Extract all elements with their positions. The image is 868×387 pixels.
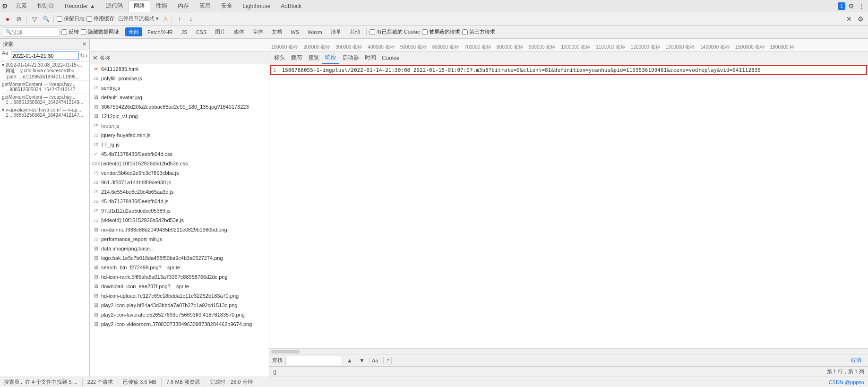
- file-item-4[interactable]: 🖼 3067534226d20fa2cabbac88ac2e00_180_135…: [90, 102, 269, 112]
- file-item-3[interactable]: 🖼 default_avatar.jpg: [90, 93, 269, 102]
- file-item-23[interactable]: 🖼 download_icon_eae237f.png?__sprite: [90, 282, 269, 291]
- tab-headers[interactable]: 标头: [271, 52, 288, 64]
- file-item-27[interactable]: 🖼 play2-icon-videoroom.37883073384963098…: [90, 319, 269, 329]
- file-item-5[interactable]: 🖼 1212pic_v1.png: [90, 112, 269, 121]
- search-close-icon[interactable]: ✕: [82, 41, 86, 47]
- file-item-20[interactable]: 🖼 logo.bak.1e5c7b018da458f50ba9c4b3a0527…: [90, 253, 269, 263]
- filter-icon[interactable]: ▽: [30, 14, 39, 24]
- file-item-11[interactable]: JS vendor.5b6ed2e5fc3c7893cbba.js: [90, 168, 269, 178]
- tab-network[interactable]: 网络: [129, 0, 150, 12]
- warning-icon: ⚠: [163, 15, 169, 23]
- export-icon[interactable]: ↓: [186, 14, 196, 24]
- tab-adblock[interactable]: AdBlock: [276, 0, 306, 12]
- tab-recorder[interactable]: Recorder ▲: [60, 0, 100, 12]
- type-ws-btn[interactable]: WS: [287, 28, 302, 36]
- tab-initiator[interactable]: 启动器: [339, 52, 362, 64]
- tab-application[interactable]: 应用: [195, 0, 215, 12]
- type-js-btn[interactable]: JS: [178, 28, 191, 36]
- reverse-checkbox[interactable]: 反转: [61, 28, 79, 35]
- find-input[interactable]: [285, 356, 342, 365]
- tab-payload[interactable]: 载荷: [288, 52, 305, 64]
- search-more-icon[interactable]: ›: [86, 52, 87, 59]
- file-item-12[interactable]: JS 961.3f3071a144bbf89ce930.js: [90, 178, 269, 187]
- tab-lighthouse[interactable]: Lighthouse: [238, 0, 275, 12]
- close-devtools[interactable]: ✕: [844, 14, 854, 24]
- file-item-25[interactable]: 🖼 play2-icon-play.bf84a43d3bbda7a07b27c1…: [90, 301, 269, 310]
- search-icon[interactable]: 🔍: [41, 14, 51, 24]
- search-group-3[interactable]: getMomentContent — liveapi.huy... 1 ...9…: [0, 94, 89, 106]
- file-item-9[interactable]: ✓ 45.4b71378436f0eebfb04d.css: [90, 149, 269, 159]
- find-aa-btn[interactable]: Aa: [370, 357, 380, 364]
- file-item-15[interactable]: JS 97.d1d12d2aa5dcdcc05389.js: [90, 206, 269, 215]
- search-refresh-icon[interactable]: ↻: [80, 52, 85, 59]
- type-fetch-xhr-btn[interactable]: Fetch/XHR: [144, 28, 176, 36]
- type-manifest-btn[interactable]: 清单: [327, 27, 344, 36]
- tab-security[interactable]: 安全: [216, 0, 237, 12]
- csdn-watermark: CSDN @pppso: [829, 379, 864, 385]
- record-button[interactable]: ●: [3, 14, 12, 24]
- stream-mode-select[interactable]: 已停用节流模式 ▾: [116, 15, 161, 23]
- file-item-19[interactable]: 🖼 data:image/png;base...: [90, 244, 269, 253]
- find-regex-btn[interactable]: .*: [383, 357, 391, 364]
- file-name-24: hd-icon-upload.7e127c69c18bdda1c11e32252…: [101, 293, 266, 299]
- file-item-8[interactable]: JS TT_lg.js: [90, 140, 269, 149]
- type-all-btn[interactable]: 全部: [125, 27, 142, 36]
- search-group-2[interactable]: getMomentContent — liveapi.huy... ...988…: [0, 81, 89, 94]
- search-group-4[interactable]: ▾ v-api-player-ssl.huya.com/ — v-ap... 1…: [0, 106, 89, 119]
- tab-cookie[interactable]: Cookie: [379, 53, 402, 63]
- tab-memory[interactable]: 内存: [173, 0, 194, 12]
- find-cancel-btn[interactable]: 取消: [847, 356, 865, 364]
- tab-elements[interactable]: 元素: [11, 0, 32, 12]
- tab-response[interactable]: 响应: [322, 52, 339, 64]
- file-item-21[interactable]: 🖼 search_btn_f272499.png?__sprite: [90, 263, 269, 272]
- file-item-6[interactable]: JS footer.js: [90, 121, 269, 130]
- preserve-log-checkbox[interactable]: 保留日志: [57, 15, 85, 22]
- file-item-1[interactable]: JS polyfill_promise.js: [90, 74, 269, 83]
- filter-input[interactable]: [12, 29, 57, 35]
- find-next-btn[interactable]: ▼: [357, 356, 367, 365]
- disable-cache-checkbox[interactable]: 停用缓存: [86, 15, 114, 22]
- file-item-26[interactable]: 🖼 play2-icon-favorate.c526527693e756693f…: [90, 310, 269, 319]
- close-panel-icon[interactable]: ✕: [93, 54, 98, 61]
- type-wasm-btn[interactable]: Wasm: [304, 28, 326, 36]
- file-item-22[interactable]: 🖼 hd-icon-rank.5fff5afa8a013a73367c88958…: [90, 272, 269, 282]
- file-item-2[interactable]: JS sentry.js: [90, 83, 269, 93]
- file-item-7[interactable]: JS jquery-huyafed.min.js: [90, 130, 269, 140]
- type-font-btn[interactable]: 字体: [249, 27, 266, 36]
- type-other-btn[interactable]: 其他: [346, 27, 363, 36]
- more-settings-icon[interactable]: ⚙: [856, 14, 865, 24]
- tab-performance[interactable]: 性能: [151, 0, 172, 12]
- settings-icon[interactable]: ⚙: [846, 1, 856, 11]
- tab-console[interactable]: 控制台: [33, 0, 59, 12]
- horizontal-scrollbar[interactable]: [269, 348, 868, 354]
- file-item-18[interactable]: JS performance_report-min.js: [90, 234, 269, 244]
- file-name-10: [videoId].10f15152926b5d2bd53e.css: [101, 161, 266, 166]
- file-item-14[interactable]: JS 45.4b71378436f0eebfb04d.js: [90, 197, 269, 206]
- type-css-btn[interactable]: CSS: [193, 28, 210, 36]
- tab-preview[interactable]: 预览: [305, 52, 322, 64]
- file-item-24[interactable]: 🖼 hd-icon-upload.7e127c69c18bdda1c11e322…: [90, 291, 269, 301]
- file-item-16[interactable]: JS [videoId].10f15152926b5d2bd53e.js: [90, 215, 269, 225]
- file-item-13[interactable]: JS 214.6e554be8c20c4b65aa3d.js: [90, 187, 269, 197]
- hide-data-url-checkbox[interactable]: 隐藏数据网址: [81, 28, 119, 35]
- file-item-html[interactable]: H 641112835.html: [90, 64, 269, 74]
- file-item-10[interactable]: CSS [videoId].10f15152926b5d2bd53e.css: [90, 159, 269, 168]
- has-cookie-checkbox[interactable]: 有已拦截的 Cookie: [370, 28, 420, 35]
- search-group-1[interactable]: ▾ 2022-01-14-21:30:08_2022-01-15-... 网址 …: [0, 61, 89, 81]
- tab-timing[interactable]: 时间: [362, 52, 379, 64]
- record-toolbar: ● ⊘ ▽ 🔍 保留日志 停用缓存 已停用节流模式 ▾ ⚠ ↑ ↓ ✕ ⚙: [0, 12, 868, 26]
- third-party-checkbox[interactable]: 第三方请求: [462, 28, 495, 35]
- stop-button[interactable]: ⊘: [14, 14, 24, 24]
- file-item-17[interactable]: 🖼 no-danmu.f938e88d2049435b9211e0829b198…: [90, 225, 269, 234]
- import-icon[interactable]: ↑: [175, 14, 184, 24]
- type-doc-btn[interactable]: 文档: [268, 27, 285, 36]
- find-prev-btn[interactable]: ▲: [345, 356, 354, 365]
- blocked-req-checkbox[interactable]: 被屏蔽的请求: [422, 28, 460, 35]
- more-icon[interactable]: ⋮: [857, 1, 866, 11]
- tab-sources[interactable]: 源代码: [101, 0, 128, 12]
- type-media-btn[interactable]: 媒体: [231, 27, 248, 36]
- type-img-btn[interactable]: 图片: [212, 27, 229, 36]
- timeline-label-200k: 200000 毫秒: [303, 44, 335, 52]
- braces-icon[interactable]: {}: [273, 369, 276, 375]
- search-text-input[interactable]: [11, 52, 79, 60]
